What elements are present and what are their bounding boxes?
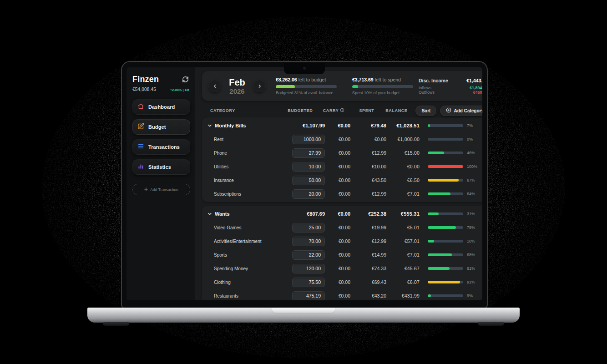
- laptop-base: [87, 308, 520, 323]
- progress-bar: [428, 192, 463, 195]
- chevron-down-icon[interactable]: [207, 212, 212, 216]
- budget-progress-bar: [276, 85, 337, 88]
- progress-percent: 7%: [467, 123, 480, 128]
- progress-percent: 46%: [467, 151, 480, 155]
- progress-bar: [428, 212, 463, 215]
- left-to-budget-value: €8,262.06: [276, 77, 297, 82]
- budget-row: Spending Money €0.00 €74.33 €45.67 61%: [202, 262, 482, 275]
- row-menu-button[interactable]: [480, 253, 482, 258]
- budget-row: Clothing €0.00 €69.43 €6.07 91%: [202, 275, 482, 289]
- budget-row: Video Games €0.00 €19.99 €5.01 79%: [202, 221, 482, 234]
- budget-row: Utilities €0.00 €10.00 €0.00 100%: [202, 160, 482, 173]
- sidebar-item-statistics[interactable]: Statistics: [132, 159, 190, 175]
- left-to-spend-value: €3,713.69: [352, 77, 374, 82]
- budget-group: Monthly Bills €1,107.99 €0.00 €79.48 €1,…: [202, 117, 482, 202]
- row-spent: €69.43: [350, 279, 386, 285]
- row-menu-button[interactable]: [480, 266, 482, 271]
- budget-input[interactable]: [292, 237, 325, 246]
- group-budgeted: €1,107.99: [292, 123, 325, 128]
- row-spent: €12.99: [350, 191, 386, 197]
- add-category-button[interactable]: Add Category: [440, 106, 482, 116]
- row-menu-button[interactable]: [480, 225, 482, 230]
- row-spent: €19.99: [350, 225, 386, 230]
- category-name: Utilities: [207, 164, 228, 169]
- column-category: CATEGORY: [210, 108, 283, 113]
- category-name: Activities/Entertainment: [207, 239, 262, 244]
- app-logo: Finzen: [132, 75, 159, 84]
- budget-input[interactable]: [292, 223, 325, 233]
- budget-input[interactable]: [292, 176, 325, 185]
- row-carry: €0.00: [325, 177, 350, 183]
- budget-row: Restaurants €0.00 €43.20 €431.99 9%: [202, 289, 482, 300]
- prev-month-button[interactable]: [208, 80, 221, 92]
- row-balance: €57.01: [386, 238, 420, 244]
- sort-button[interactable]: Sort: [415, 106, 436, 116]
- left-to-spend-label: left to spend: [375, 77, 401, 82]
- budget-group-row[interactable]: Monthly Bills €1,107.99 €0.00 €79.48 €1,…: [202, 119, 482, 132]
- budget-input[interactable]: [292, 250, 325, 260]
- progress-bar: [428, 281, 463, 283]
- row-spent: €74.33: [350, 266, 386, 271]
- row-carry: €0.00: [325, 252, 350, 258]
- row-menu-button[interactable]: [480, 192, 482, 197]
- info-icon[interactable]: [340, 108, 344, 113]
- laptop-notch: [284, 63, 325, 74]
- budget-input[interactable]: [292, 162, 325, 172]
- progress-bar: [428, 226, 463, 229]
- sidebar-item-transactions[interactable]: Transactions: [132, 139, 190, 155]
- progress-percent: 61%: [467, 266, 480, 271]
- row-spent: €14.99: [350, 252, 386, 258]
- category-name: Restaurants: [207, 293, 238, 298]
- left-to-spend-stat: €3,713.69 left to spend Spent 10% of you…: [352, 77, 419, 95]
- row-menu-button[interactable]: [480, 293, 482, 298]
- add-transaction-button[interactable]: Add Transaction: [132, 184, 190, 195]
- row-balance: €431.99: [386, 293, 420, 298]
- disc-income-value: €1,443.87: [466, 78, 482, 83]
- budget-input[interactable]: [292, 148, 325, 158]
- sidebar-item-budget[interactable]: Budget: [132, 119, 190, 135]
- group-name: Wants: [215, 211, 230, 217]
- refresh-icon[interactable]: [182, 76, 189, 83]
- budget-row: Activities/Entertainment €0.00 €12.99 €5…: [202, 234, 482, 248]
- progress-percent: 9%: [467, 293, 480, 298]
- row-menu-button[interactable]: [480, 123, 482, 128]
- row-carry: €0.00: [325, 164, 350, 169]
- next-month-button[interactable]: [253, 80, 266, 92]
- progress-percent: 0%: [467, 137, 480, 142]
- row-menu-button[interactable]: [480, 212, 482, 217]
- category-name: Subscriptions: [207, 192, 241, 197]
- budget-table-body: Monthly Bills €1,107.99 €0.00 €79.48 €1,…: [202, 117, 482, 300]
- row-menu-button[interactable]: [480, 137, 482, 142]
- budget-progress-caption: Budgeted 31% of avail. balance.: [276, 91, 342, 95]
- category-name: Sports: [207, 253, 227, 258]
- row-menu-button[interactable]: [480, 280, 482, 285]
- budget-row: Insurance €0.00 €43.50 €6.50 87%: [202, 173, 482, 187]
- progress-percent: 87%: [467, 178, 480, 182]
- row-menu-button[interactable]: [480, 151, 482, 156]
- row-menu-button[interactable]: [480, 164, 482, 169]
- budget-input[interactable]: [292, 189, 325, 199]
- chevron-down-icon[interactable]: [207, 123, 212, 128]
- sidebar-item-dashboard[interactable]: Dashboard: [132, 99, 190, 115]
- month-summary-card: Feb 2026 €8,262.06 left to budget Budget…: [202, 71, 482, 101]
- spend-progress-caption: Spent 10% of your budget.: [352, 91, 419, 95]
- row-balance: €7.01: [386, 252, 420, 258]
- budget-group-row[interactable]: Wants €807.69 €0.00 €252.38 €555.31 31%: [202, 207, 482, 221]
- row-menu-button[interactable]: [480, 239, 482, 244]
- budget-input[interactable]: [292, 278, 325, 287]
- budget-row: Sports €0.00 €14.99 €7.01 68%: [202, 248, 482, 262]
- row-menu-button[interactable]: [480, 178, 482, 183]
- budget-page: Feb 2026 €8,262.06 left to budget Budget…: [195, 67, 482, 300]
- budget-row: Subscriptions €0.00 €12.99 €7.01 64%: [202, 187, 482, 201]
- row-balance: €15.00: [386, 150, 420, 156]
- group-spent: €79.48: [350, 123, 386, 128]
- budget-input[interactable]: [292, 291, 325, 301]
- budget-input[interactable]: [292, 135, 325, 144]
- group-balance: €555.31: [386, 211, 420, 217]
- budget-input[interactable]: [292, 264, 325, 273]
- progress-bar: [428, 179, 463, 182]
- progress-bar: [428, 267, 463, 270]
- row-balance: €1,000.00: [386, 136, 420, 142]
- progress-bar: [428, 253, 463, 256]
- inflows-label: Inflows: [419, 86, 431, 90]
